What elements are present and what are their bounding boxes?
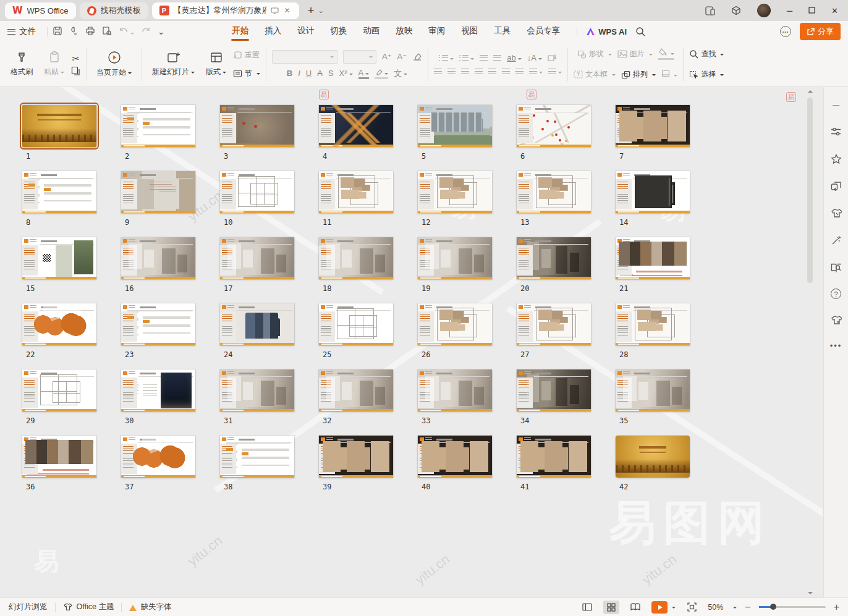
slide-22-preview[interactable] (22, 303, 96, 345)
clear-format-icon[interactable] (412, 53, 422, 61)
reset-button[interactable]: 重置 (233, 47, 260, 63)
play-options-chevron-icon[interactable] (672, 607, 676, 610)
slide-thumbnail-4[interactable]: 4 (319, 105, 399, 161)
collapse-icon[interactable]: ─ (830, 98, 842, 111)
slide-5-preview[interactable] (418, 105, 492, 147)
slide-42-preview[interactable] (616, 436, 690, 478)
slide-thumbnail-34[interactable]: 34 (517, 369, 597, 425)
change-case-button[interactable]: ab (507, 53, 521, 62)
convert-smartart-icon[interactable] (548, 54, 557, 62)
slide-thumbnail-27[interactable]: 27 (517, 303, 597, 359)
slide-28-preview[interactable] (616, 303, 690, 345)
menu-tab-1[interactable]: 开始 (224, 21, 257, 42)
slide-2-preview[interactable] (121, 105, 195, 147)
resource-search-icon[interactable] (830, 261, 842, 274)
slide-thumbnail-5[interactable]: 5 (418, 105, 498, 161)
menu-tab-7[interactable]: 审阅 (420, 21, 453, 42)
device-switch-icon[interactable] (705, 6, 715, 15)
slide-7-preview[interactable] (616, 105, 690, 147)
slide-sorter-canvas[interactable]: 易 易 易 易 易 易 yitu.cn yitu.cn yitu.cn yitu… (0, 87, 823, 597)
slide-35-preview[interactable] (616, 369, 690, 411)
slide-23-preview[interactable] (121, 303, 195, 345)
slide-18-preview[interactable] (319, 237, 393, 279)
slide-thumbnail-14[interactable]: 14 (616, 171, 696, 227)
slide-thumbnail-35[interactable]: 35 (616, 369, 696, 425)
reading-view-button[interactable] (627, 601, 643, 614)
slide-thumbnail-33[interactable]: 33 (418, 369, 498, 425)
slide-27-preview[interactable] (517, 303, 591, 345)
slide-14-preview[interactable] (616, 171, 690, 213)
slide-40-preview[interactable] (418, 436, 492, 478)
slide-17-preview[interactable] (220, 237, 294, 279)
slide-thumbnail-37[interactable]: 37 (121, 436, 201, 491)
align-left-button[interactable] (434, 67, 442, 76)
print-icon[interactable] (85, 26, 95, 37)
slide-8-preview[interactable] (22, 171, 96, 213)
slide-thumbnail-32[interactable]: 32 (319, 369, 399, 425)
skin-center-icon[interactable] (830, 314, 842, 326)
format-painter-button[interactable]: 格式刷 (6, 50, 37, 78)
new-slide-button[interactable]: 新建幻灯片 (148, 50, 199, 78)
italic-button[interactable]: I (298, 69, 300, 78)
scroll-down-icon[interactable] (808, 592, 813, 594)
slide-1-preview[interactable] (22, 105, 96, 147)
justify-button[interactable] (475, 67, 483, 76)
slide-thumbnail-31[interactable]: 31 (220, 369, 300, 425)
highlight-color-button[interactable] (375, 68, 388, 79)
slide-thumbnail-30[interactable]: 30 (121, 369, 201, 425)
text-direction-button[interactable]: ↓A (527, 53, 542, 62)
slide-thumbnail-40[interactable]: 40 (418, 436, 498, 491)
zoom-out-button[interactable]: − (745, 602, 750, 613)
menu-tab-6[interactable]: 放映 (388, 21, 420, 42)
help-icon[interactable]: ? (831, 289, 841, 299)
slide-24-preview[interactable] (220, 303, 294, 345)
slide-31-preview[interactable] (220, 369, 294, 411)
zoom-slider[interactable] (759, 606, 826, 608)
service-icon[interactable]: ••• (780, 26, 791, 37)
maximize-button[interactable] (808, 6, 815, 15)
tab-document-active[interactable]: P 【黄志达】常州华润万象府样 ✕ (152, 2, 299, 19)
layout-button[interactable]: 版式 (201, 50, 231, 78)
slide-41-preview[interactable] (517, 436, 591, 478)
slide-3-preview[interactable] (220, 105, 294, 147)
quick-style-button[interactable] (661, 70, 677, 79)
slide-thumbnail-3[interactable]: 3 (220, 105, 300, 161)
play-from-current-button[interactable]: 当页开始 (92, 49, 136, 79)
slide-11-preview[interactable] (319, 171, 393, 213)
favorites-star-icon[interactable] (830, 153, 842, 165)
slide-10-preview[interactable] (220, 171, 294, 213)
beautify-template-icon[interactable] (830, 207, 842, 219)
textbox-button[interactable]: 文本框 (574, 67, 616, 83)
theme-button[interactable]: Office 主题 (63, 602, 114, 612)
slide-12-preview[interactable] (418, 171, 492, 213)
redo-icon[interactable] (141, 27, 151, 37)
adjust-settings-icon[interactable] (830, 125, 842, 138)
slide-thumbnail-26[interactable]: 26 (418, 303, 498, 359)
decrease-font-icon[interactable]: A⁻ (397, 52, 407, 61)
menu-tab-10[interactable]: 会员专享 (519, 21, 568, 42)
slide-25-preview[interactable] (319, 303, 393, 345)
shadow-button[interactable]: S (328, 69, 334, 78)
undo-icon[interactable] (119, 27, 134, 37)
underline-button[interactable]: U (306, 69, 312, 78)
save-icon[interactable] (53, 26, 62, 38)
switch-frames-icon[interactable] (830, 180, 842, 192)
slide-sorter-view-button[interactable] (603, 601, 619, 614)
slide-thumbnail-42[interactable]: 42 (616, 436, 696, 491)
slide-thumbnail-13[interactable]: 13 (517, 171, 597, 227)
slide-thumbnail-7[interactable]: 7 (616, 105, 696, 161)
slide-32-preview[interactable] (319, 369, 393, 411)
slide-16-preview[interactable] (121, 237, 195, 279)
slide-thumbnail-22[interactable]: 22 (22, 303, 103, 359)
line-spacing-button[interactable] (529, 67, 543, 76)
slide-thumbnail-17[interactable]: 17 (220, 237, 300, 293)
decrease-indent-button[interactable] (480, 53, 488, 62)
normal-view-button[interactable] (579, 601, 595, 614)
close-window-button[interactable]: ✕ (831, 6, 838, 15)
slide-thumbnail-9[interactable]: 9 (121, 171, 201, 227)
slide-thumbnail-8[interactable]: 8 (22, 171, 103, 227)
slide-thumbnail-18[interactable]: 18 (319, 237, 399, 293)
menu-tab-4[interactable]: 切换 (322, 21, 355, 42)
bullet-list-button[interactable] (439, 53, 454, 62)
menu-tab-3[interactable]: 设计 (289, 21, 322, 42)
